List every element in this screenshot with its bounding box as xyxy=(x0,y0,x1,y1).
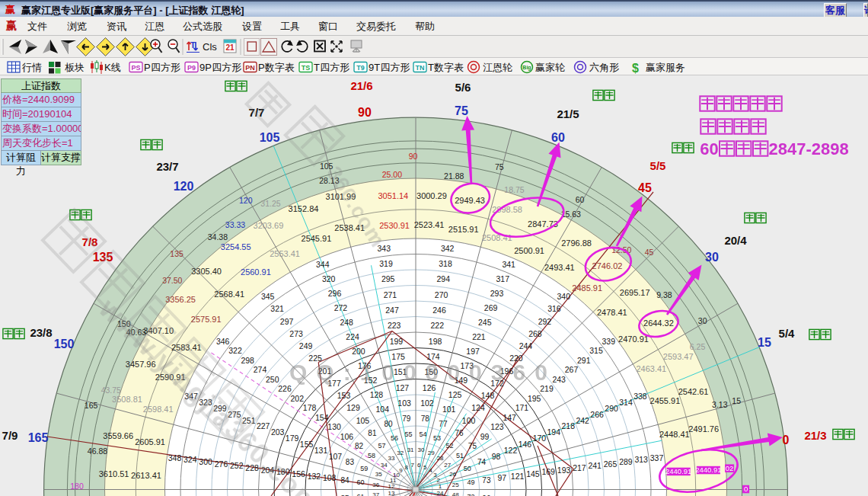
svg-text:45: 45 xyxy=(638,181,652,194)
svg-text:24: 24 xyxy=(437,490,444,496)
svg-text:291: 291 xyxy=(577,356,591,365)
svg-text:59: 59 xyxy=(360,465,368,472)
svg-text:321: 321 xyxy=(270,304,284,313)
svg-text:104: 104 xyxy=(376,405,390,414)
svg-text:276: 276 xyxy=(215,459,228,469)
svg-text:217: 217 xyxy=(573,463,586,472)
svg-text:23/8: 23/8 xyxy=(30,326,52,339)
svg-text:5: 5 xyxy=(423,464,427,471)
svg-text:60: 60 xyxy=(700,139,718,158)
svg-text:2: 2 xyxy=(437,477,441,484)
svg-text:$: $ xyxy=(632,62,639,75)
svg-text:221: 221 xyxy=(472,332,486,341)
svg-text:74: 74 xyxy=(477,458,487,466)
svg-text:2847.73: 2847.73 xyxy=(528,219,558,229)
svg-text:2500.91: 2500.91 xyxy=(514,246,544,255)
svg-text:75: 75 xyxy=(455,104,468,117)
svg-text:T9: T9 xyxy=(356,64,365,72)
svg-text:314: 314 xyxy=(619,398,633,407)
svg-text:298: 298 xyxy=(241,356,254,365)
svg-text:21/6: 21/6 xyxy=(350,79,372,92)
svg-text:3.13: 3.13 xyxy=(712,400,728,409)
svg-text:223: 223 xyxy=(388,321,401,330)
svg-text:21.88: 21.88 xyxy=(444,171,464,181)
svg-text:245: 245 xyxy=(478,318,492,327)
svg-text:102: 102 xyxy=(420,398,434,408)
svg-text:132: 132 xyxy=(308,472,321,481)
svg-text:121: 121 xyxy=(511,472,525,481)
svg-text:226: 226 xyxy=(278,384,292,393)
svg-text:78: 78 xyxy=(421,414,430,423)
svg-text:171: 171 xyxy=(515,403,529,412)
svg-text:90: 90 xyxy=(358,106,372,119)
svg-text:203: 203 xyxy=(271,427,285,437)
svg-text:108: 108 xyxy=(323,473,337,482)
svg-text:252: 252 xyxy=(230,461,244,470)
svg-text:2695.17: 2695.17 xyxy=(620,288,650,297)
svg-text:9.38: 9.38 xyxy=(656,290,672,299)
svg-text:2568.41: 2568.41 xyxy=(214,290,244,299)
svg-text:273: 273 xyxy=(289,329,303,338)
svg-text:242: 242 xyxy=(576,416,589,425)
svg-text:5/4: 5/4 xyxy=(779,327,796,340)
svg-text:179: 179 xyxy=(286,434,299,443)
svg-text:46.88: 46.88 xyxy=(88,446,107,456)
svg-text:274: 274 xyxy=(254,365,267,374)
svg-text:37: 37 xyxy=(372,491,379,496)
svg-text:145: 145 xyxy=(526,469,540,478)
svg-text:107: 107 xyxy=(329,452,343,461)
svg-text:313: 313 xyxy=(634,455,648,464)
svg-text:25: 25 xyxy=(452,482,459,488)
svg-text:100: 100 xyxy=(462,416,476,425)
svg-text:265: 265 xyxy=(604,459,617,469)
svg-text:198: 198 xyxy=(429,337,442,346)
svg-text:81: 81 xyxy=(368,429,377,437)
svg-text:2575.91: 2575.91 xyxy=(191,315,222,324)
svg-text:6: 6 xyxy=(417,462,421,469)
svg-text:2746.02: 2746.02 xyxy=(592,261,623,270)
svg-text:103: 103 xyxy=(397,398,411,408)
svg-text:106: 106 xyxy=(340,432,354,441)
svg-text:294: 294 xyxy=(437,274,451,283)
svg-text:30: 30 xyxy=(705,251,719,264)
svg-text:2598.41: 2598.41 xyxy=(143,405,174,414)
svg-text:2491.76: 2491.76 xyxy=(688,424,719,434)
svg-text:2455.91: 2455.91 xyxy=(650,396,681,405)
svg-text:3203.69: 3203.69 xyxy=(254,221,284,230)
svg-text:21: 21 xyxy=(225,43,235,52)
svg-text:4: 4 xyxy=(429,467,432,474)
svg-text:339: 339 xyxy=(602,337,616,346)
svg-text:29: 29 xyxy=(428,450,435,456)
svg-text:123: 123 xyxy=(490,422,504,431)
svg-text:50: 50 xyxy=(464,465,471,472)
svg-text:28: 28 xyxy=(437,455,444,462)
svg-text:271: 271 xyxy=(384,290,397,299)
svg-text:75: 75 xyxy=(468,442,477,450)
svg-text:30: 30 xyxy=(417,446,424,453)
svg-text:3: 3 xyxy=(433,472,437,478)
svg-text:2470.91: 2470.91 xyxy=(618,334,649,344)
svg-text:227: 227 xyxy=(257,421,270,430)
svg-text:QQ:100800360: QQ:100800360 xyxy=(289,360,557,385)
svg-text:241: 241 xyxy=(588,461,602,470)
svg-text:58: 58 xyxy=(368,452,375,459)
svg-text:3000.29: 3000.29 xyxy=(416,191,447,200)
svg-text:130: 130 xyxy=(327,422,341,431)
svg-text:219: 219 xyxy=(540,384,554,393)
svg-text:2847-2898: 2847-2898 xyxy=(769,139,849,158)
svg-text:TN: TN xyxy=(416,64,425,72)
svg-text:0: 0 xyxy=(744,485,748,493)
svg-text:2523.41: 2523.41 xyxy=(414,220,445,229)
svg-text:249: 249 xyxy=(299,341,313,350)
svg-text:128: 128 xyxy=(370,390,384,399)
svg-text:319: 319 xyxy=(379,259,393,268)
svg-text:293: 293 xyxy=(490,289,504,298)
svg-text:80: 80 xyxy=(385,420,394,428)
svg-text:2644.32: 2644.32 xyxy=(643,318,674,328)
svg-text:5/6: 5/6 xyxy=(455,81,471,94)
svg-text:318: 318 xyxy=(439,259,452,268)
svg-text:105: 105 xyxy=(260,131,280,144)
svg-text:197: 197 xyxy=(466,347,480,356)
svg-text:6.25: 6.25 xyxy=(690,342,706,351)
svg-text:218: 218 xyxy=(562,421,576,430)
